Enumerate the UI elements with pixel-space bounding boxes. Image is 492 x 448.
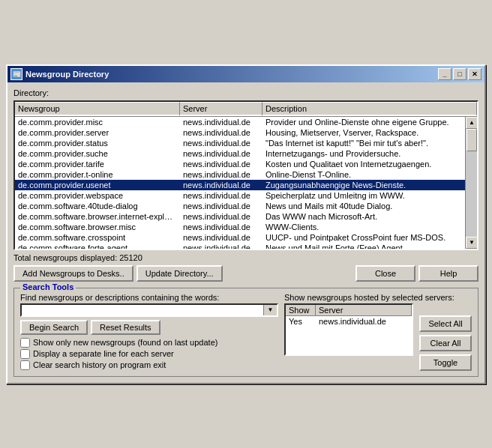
- column-newsgroup: Newsgroup: [15, 102, 180, 116]
- server-cell-show: Yes: [286, 316, 316, 327]
- table-row[interactable]: de.comm.provider.usenet news.individual.…: [15, 180, 477, 190]
- cell-description: WWW-Clients.: [262, 222, 477, 232]
- cell-newsgroup: de.comm.software.40tude-dialog: [15, 201, 180, 211]
- cell-server: news.individual.de: [180, 148, 262, 159]
- find-input[interactable]: [22, 305, 263, 315]
- server-col-show: Show: [286, 305, 316, 315]
- checkbox-new-newsgroups-label: Show only new newsgroups (found on last …: [33, 338, 218, 347]
- cell-server: news.individual.de: [180, 211, 262, 222]
- cell-description: UUCP- und Pointpaket CrossPoint fuer MS-…: [262, 232, 477, 243]
- select-all-button[interactable]: Select All: [419, 315, 472, 332]
- toggle-button[interactable]: Toggle: [419, 354, 472, 371]
- cell-server: news.individual.de: [180, 117, 262, 127]
- server-row[interactable]: Yes news.individual.de: [286, 316, 412, 327]
- cell-newsgroup: de.comm.provider.tarife: [15, 159, 180, 169]
- right-buttons: Select All Clear All Toggle: [419, 315, 472, 371]
- cell-server: news.individual.de: [180, 222, 262, 232]
- checkbox-new-newsgroups-input[interactable]: [20, 338, 30, 348]
- table-row[interactable]: de.comm.provider.server news.individual.…: [15, 127, 477, 138]
- table-row[interactable]: de.comm.software.crosspoint news.individ…: [15, 232, 477, 243]
- find-combo[interactable]: ▼: [20, 303, 278, 317]
- show-label: Show newsgroups hosted by selected serve…: [284, 293, 472, 302]
- checkbox-clear-history-input[interactable]: [20, 360, 30, 370]
- cell-description: "Das Internet ist kaputt!" "Bei mir tut'…: [262, 138, 477, 148]
- add-newsgroups-button[interactable]: Add Newsgroups to Desks..: [14, 265, 134, 282]
- cell-description: Housing, Mietserver, Vserver, Rackspace.: [262, 127, 477, 138]
- column-server: Server: [180, 102, 262, 116]
- cell-newsgroup: de.comm.provider.misc: [15, 117, 180, 127]
- table-row[interactable]: de.comm.software.forte-agent news.indivi…: [15, 243, 477, 249]
- begin-search-button[interactable]: Begin Search: [20, 320, 88, 335]
- cell-description: Das WWW nach Microsoft-Art.: [262, 211, 477, 222]
- table-row[interactable]: de.comm.provider.t-online news.individua…: [15, 169, 477, 180]
- cell-newsgroup: de.comm.provider.usenet: [15, 180, 180, 190]
- find-dropdown-button[interactable]: ▼: [263, 305, 277, 315]
- reset-results-button[interactable]: Reset Results: [91, 320, 160, 335]
- scrollbar-down-button[interactable]: ▼: [466, 237, 478, 249]
- server-listview[interactable]: Show Server Yes news.individual.de: [284, 303, 413, 356]
- table-row[interactable]: de.comm.provider.webspace news.individua…: [15, 190, 477, 201]
- table-row[interactable]: de.comm.provider.misc news.individual.de…: [15, 117, 477, 127]
- find-label: Find newsgroups or descriptions containi…: [20, 293, 278, 302]
- vertical-scrollbar[interactable]: ▲ ▼: [465, 117, 477, 249]
- server-section: Show Server Yes news.individual.de Selec…: [284, 303, 472, 371]
- total-newsgroups-label: Total newsgroups displayed: 25120: [14, 253, 478, 262]
- cell-description: News und Mail mit Forte (Free) Agent.: [262, 243, 477, 249]
- clear-all-button[interactable]: Clear All: [419, 335, 472, 351]
- cell-newsgroup: de.comm.software.forte-agent: [15, 243, 180, 249]
- checkbox-separate-line-input[interactable]: [20, 349, 30, 359]
- cell-server: news.individual.de: [180, 243, 262, 249]
- table-row[interactable]: de.comm.software.40tude-dialog news.indi…: [15, 201, 477, 211]
- search-btn-row: Begin Search Reset Results: [20, 320, 278, 335]
- close-window-button[interactable]: ✕: [468, 68, 482, 80]
- window-content: Directory: Newsgroup Server Description …: [8, 82, 484, 383]
- scrollbar-thumb[interactable]: [466, 129, 477, 151]
- table-row[interactable]: de.comm.software.browser.misc news.indiv…: [15, 222, 477, 232]
- listview-body[interactable]: de.comm.provider.misc news.individual.de…: [15, 117, 477, 249]
- search-tools-section: Search Tools Find newsgroups or descript…: [14, 288, 478, 377]
- cell-server: news.individual.de: [180, 190, 262, 201]
- maximize-button[interactable]: □: [453, 68, 466, 80]
- cell-server: news.individual.de: [180, 201, 262, 211]
- search-right: Show newsgroups hosted by selected serve…: [284, 293, 472, 372]
- table-row[interactable]: de.comm.provider.status news.individual.…: [15, 138, 477, 148]
- server-col-server: Server: [316, 305, 412, 315]
- cell-description: Online-Dienst T-Online.: [262, 169, 477, 180]
- minimize-button[interactable]: _: [438, 68, 452, 80]
- checkbox-new-newsgroups: Show only new newsgroups (found on last …: [20, 338, 278, 348]
- window-title: Newsgroup Directory: [26, 70, 109, 79]
- cell-server: news.individual.de: [180, 159, 262, 169]
- close-button[interactable]: Close: [356, 265, 416, 282]
- cell-server: news.individual.de: [180, 180, 262, 190]
- checkbox-clear-history: Clear search history on program exit: [20, 360, 278, 370]
- cell-description: Provider und Online-Dienste ohne eigene …: [262, 117, 477, 127]
- cell-newsgroup: de.comm.provider.t-online: [15, 169, 180, 180]
- table-row[interactable]: de.comm.provider.tarife news.individual.…: [15, 159, 477, 169]
- table-row[interactable]: de.comm.provider.suche news.individual.d…: [15, 148, 477, 159]
- title-bar: 📰 Newsgroup Directory _ □ ✕: [8, 66, 484, 82]
- title-buttons: _ □ ✕: [438, 68, 482, 80]
- cell-server: news.individual.de: [180, 138, 262, 148]
- cell-description: Internetzugangs- und Providersuche.: [262, 148, 477, 159]
- scrollbar-up-button[interactable]: ▲: [466, 117, 478, 129]
- table-row[interactable]: de.comm.software.browser.internet-explor…: [15, 211, 477, 222]
- cell-newsgroup: de.comm.provider.suche: [15, 148, 180, 159]
- update-directory-button[interactable]: Update Directory...: [136, 265, 223, 282]
- scrollbar-track[interactable]: [466, 129, 477, 237]
- checkbox-separate-line: Display a separate line for each server: [20, 349, 278, 359]
- checkbox-separate-line-label: Display a separate line for each server: [33, 349, 174, 358]
- cell-newsgroup: de.comm.provider.status: [15, 138, 180, 148]
- cell-description: News und Mails mit 40tude Dialog.: [262, 201, 477, 211]
- cell-server: news.individual.de: [180, 127, 262, 138]
- cell-description: Kosten und Qualitaet von Internetzugaeng…: [262, 159, 477, 169]
- main-button-row: Add Newsgroups to Desks.. Update Directo…: [14, 265, 478, 282]
- server-body[interactable]: Yes news.individual.de: [286, 316, 412, 327]
- help-button[interactable]: Help: [418, 265, 478, 282]
- cell-newsgroup: de.comm.software.browser.internet-explor…: [15, 211, 180, 222]
- server-list-wrapper: Show Server Yes news.individual.de: [284, 303, 413, 371]
- cell-description: Zugangsunabhaengige News-Dienste.: [262, 180, 477, 190]
- server-cell-name: news.individual.de: [316, 316, 412, 327]
- cell-server: news.individual.de: [180, 169, 262, 180]
- search-left: Find newsgroups or descriptions containi…: [20, 293, 278, 372]
- newsgroup-listview[interactable]: Newsgroup Server Description de.comm.pro…: [14, 100, 478, 250]
